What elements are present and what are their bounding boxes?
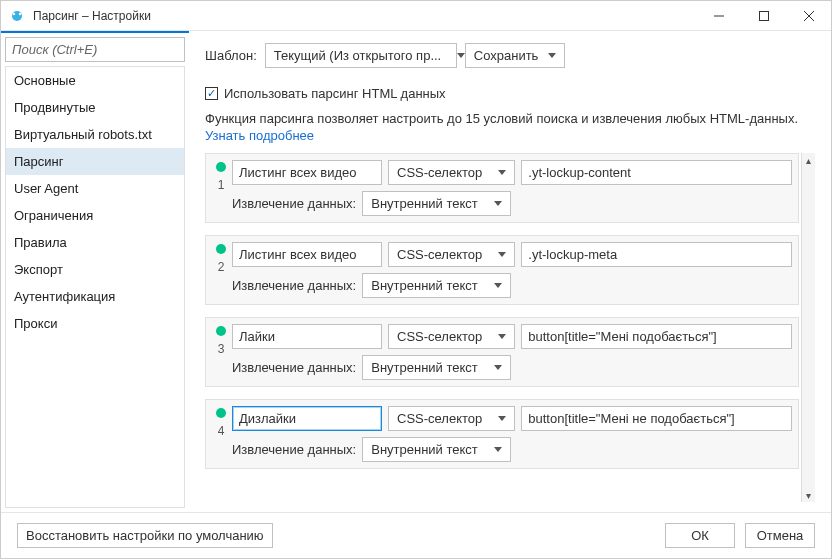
window-title: Парсинг – Настройки <box>33 9 151 23</box>
save-template-button[interactable]: Сохранить <box>465 43 566 68</box>
extract-label: Извлечение данных: <box>232 442 356 457</box>
selector-type-select[interactable]: CSS-селектор <box>388 406 515 431</box>
status-dot-icon <box>216 162 226 172</box>
template-label: Шаблон: <box>205 48 257 63</box>
restore-defaults-button[interactable]: Восстановить настройки по умолчанию <box>17 523 273 548</box>
chevron-down-icon <box>498 252 506 257</box>
sidebar-item[interactable]: Экспорт <box>6 256 184 283</box>
svg-point-0 <box>12 11 22 21</box>
scrollbar[interactable]: ▴ ▾ <box>801 153 815 502</box>
extract-label: Извлечение данных: <box>232 196 356 211</box>
status-dot-icon <box>216 408 226 418</box>
scroll-up-icon[interactable]: ▴ <box>802 153 815 167</box>
main-panel: Шаблон: Текущий (Из открытого пр... Сохр… <box>189 31 831 512</box>
selector-type-select[interactable]: CSS-селектор <box>388 242 515 267</box>
extract-mode-select[interactable]: Внутренний текст <box>362 355 511 380</box>
extract-mode-select[interactable]: Внутренний текст <box>362 437 511 462</box>
rule-index-col: 3 <box>210 324 232 380</box>
extract-mode-select[interactable]: Внутренний текст <box>362 273 511 298</box>
sidebar-item[interactable]: Продвинутые <box>6 94 184 121</box>
chevron-down-icon <box>548 53 556 58</box>
enable-parsing-checkbox[interactable]: ✓ <box>205 87 218 100</box>
rule-index: 4 <box>218 424 225 438</box>
rule-index-col: 4 <box>210 406 232 462</box>
parsing-rule: 3ЛайкиCSS-селекторbutton[title="Мені под… <box>205 317 799 387</box>
extract-label: Извлечение данных: <box>232 360 356 375</box>
maximize-button[interactable] <box>741 1 786 31</box>
description-text: Функция парсинга позволяет настроить до … <box>205 111 815 126</box>
extract-mode-select[interactable]: Внутренний текст <box>362 191 511 216</box>
search-input[interactable]: Поиск (Ctrl+E) <box>5 37 185 62</box>
rule-name-input[interactable]: Листинг всех видео <box>232 160 382 185</box>
selector-type-select[interactable]: CSS-селектор <box>388 160 515 185</box>
rule-name-input[interactable]: Лайки <box>232 324 382 349</box>
extract-label: Извлечение данных: <box>232 278 356 293</box>
status-dot-icon <box>216 326 226 336</box>
selector-value-input[interactable]: button[title="Мені не подобається"] <box>521 406 792 431</box>
rules-list: 1Листинг всех видеоCSS-селектор.yt-locku… <box>205 153 799 502</box>
sidebar-list: Основные Продвинутые Виртуальный robots.… <box>5 66 185 508</box>
cancel-button[interactable]: Отмена <box>745 523 815 548</box>
rule-index: 2 <box>218 260 225 274</box>
learn-more-link[interactable]: Узнать подробнее <box>205 128 815 143</box>
parsing-rule: 4ДизлайкиCSS-селекторbutton[title="Мені … <box>205 399 799 469</box>
template-value: Текущий (Из открытого пр... <box>274 48 441 63</box>
chevron-down-icon <box>498 170 506 175</box>
chevron-down-icon <box>494 447 502 452</box>
chevron-down-icon <box>494 283 502 288</box>
rule-index: 3 <box>218 342 225 356</box>
sidebar-item[interactable]: Аутентификация <box>6 283 184 310</box>
scroll-down-icon[interactable]: ▾ <box>802 488 815 502</box>
rule-name-input[interactable]: Листинг всех видео <box>232 242 382 267</box>
svg-rect-4 <box>759 11 768 20</box>
sidebar-item[interactable]: Правила <box>6 229 184 256</box>
sidebar-item[interactable]: Ограничения <box>6 202 184 229</box>
app-icon <box>9 8 25 24</box>
rule-index-col: 2 <box>210 242 232 298</box>
template-select[interactable]: Текущий (Из открытого пр... <box>265 43 457 68</box>
svg-point-1 <box>13 12 15 14</box>
selector-type-select[interactable]: CSS-селектор <box>388 324 515 349</box>
sidebar-item[interactable]: User Agent <box>6 175 184 202</box>
titlebar: Парсинг – Настройки <box>1 1 831 31</box>
chevron-down-icon <box>498 334 506 339</box>
sidebar-item[interactable]: Виртуальный robots.txt <box>6 121 184 148</box>
ok-button[interactable]: ОК <box>665 523 735 548</box>
chevron-down-icon <box>498 416 506 421</box>
enable-parsing-label: Использовать парсинг HTML данных <box>224 86 446 101</box>
rule-name-input[interactable]: Дизлайки <box>232 406 382 431</box>
parsing-rule: 2Листинг всех видеоCSS-селектор.yt-locku… <box>205 235 799 305</box>
settings-window: Парсинг – Настройки Поиск (Ctrl+E) Основ… <box>0 0 832 559</box>
sidebar-item[interactable]: Парсинг <box>6 148 184 175</box>
selector-value-input[interactable]: .yt-lockup-meta <box>521 242 792 267</box>
minimize-button[interactable] <box>696 1 741 31</box>
rule-index: 1 <box>218 178 225 192</box>
sidebar-item[interactable]: Прокси <box>6 310 184 337</box>
svg-point-2 <box>19 12 21 14</box>
rule-index-col: 1 <box>210 160 232 216</box>
status-dot-icon <box>216 244 226 254</box>
parsing-rule: 1Листинг всех видеоCSS-селектор.yt-locku… <box>205 153 799 223</box>
sidebar: Поиск (Ctrl+E) Основные Продвинутые Вирт… <box>1 31 189 512</box>
close-button[interactable] <box>786 1 831 31</box>
sidebar-item[interactable]: Основные <box>6 67 184 94</box>
selector-value-input[interactable]: button[title="Мені подобається"] <box>521 324 792 349</box>
selector-value-input[interactable]: .yt-lockup-content <box>521 160 792 185</box>
chevron-down-icon <box>494 365 502 370</box>
footer: Восстановить настройки по умолчанию ОК О… <box>1 512 831 558</box>
chevron-down-icon <box>494 201 502 206</box>
save-label: Сохранить <box>474 48 539 63</box>
